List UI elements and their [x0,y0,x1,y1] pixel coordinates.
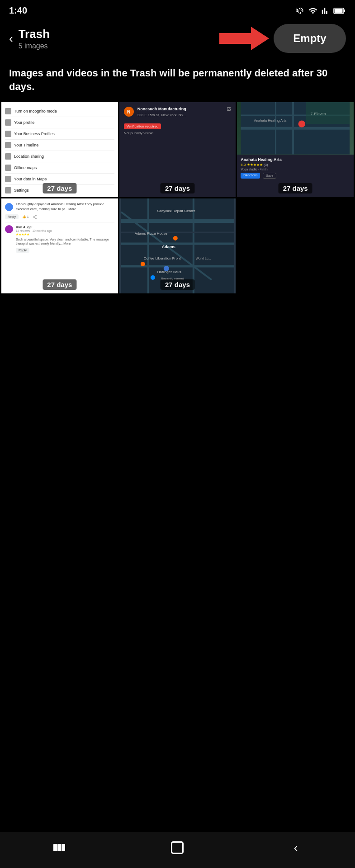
recents-icon [52,842,66,853]
anahata-map-thumbnail: 7-Eleven Anahata Healing Arts [237,102,354,155]
svg-text:World Lo...: World Lo... [195,257,211,260]
anahata-type: Yoga studio · 4 min [241,168,350,171]
days-badge-5: 27 days [161,279,194,290]
reviewer2-avatar [5,225,13,233]
svg-rect-1 [344,9,345,12]
review1-avatar [5,203,13,211]
anahata-actions: Directions Save [241,173,350,179]
mfg-status: Not publicly visible [124,131,232,135]
share-icon [33,215,37,219]
svg-point-23 [173,236,177,241]
menu-item-incognito: Turn on Incognito mode [5,106,114,117]
header: ‹ Trash 5 images Empty [0,19,355,59]
menu-item-location: Location sharing [5,151,114,162]
header-right: Empty [219,24,346,53]
page-title: Trash [19,27,50,41]
signal-icon [322,6,330,15]
review2-actions: Reply [16,248,114,253]
svg-text:Coffee Liberation Front: Coffee Liberation Front [143,256,180,260]
anahata-map-svg: 7-Eleven Anahata Healing Arts [237,102,354,155]
review1-header: I thoroughly enjoyed at Anahata Healing … [5,202,114,212]
mfg-address: 338 E 15th St, New York, NY... [137,113,186,117]
svg-point-26 [140,262,145,266]
grid-item-2[interactable]: N Nonesuch Manufacturing 338 E 15th St, … [119,102,236,197]
back-button[interactable]: ‹ [9,32,13,46]
mfg-avatar: N [124,107,134,117]
wifi-icon [308,6,318,15]
status-time: 1:40 [9,5,27,16]
svg-text:Greylock Repair Center: Greylock Repair Center [157,209,195,213]
svg-rect-33 [57,844,61,851]
svg-text:Anahata Healing Arts: Anahata Healing Arts [254,119,287,123]
reply-btn-2: Reply [16,248,29,253]
reviewer2-stars: ★★★★★ [16,233,114,236]
mute-icon [295,6,304,15]
review1-actions: Reply 👍 1 [5,214,114,219]
svg-text:Haflinger Haus: Haflinger Haus [157,270,181,274]
svg-point-28 [150,275,155,280]
nav-recents-button[interactable] [46,836,73,859]
svg-rect-34 [62,844,65,851]
directions-btn: Directions [241,173,260,179]
image-grid: Turn on Incognito mode Your profile Your… [0,102,355,293]
menu-item-business: Your Business Profiles [5,128,114,140]
svg-rect-2 [335,9,343,13]
red-arrow-icon [219,25,269,52]
grid-item-1[interactable]: Turn on Incognito mode Your profile Your… [1,102,118,197]
svg-rect-12 [306,102,350,124]
grid-item-5[interactable]: Greylock Repair Center Adams Pizza House… [119,198,236,293]
days-badge-4: 27 days [43,279,76,290]
like-btn-1: 👍 1 [22,215,29,219]
grid-item-3[interactable]: 7-Eleven Anahata Healing Arts Anahata He… [237,102,354,197]
reviewer2-meta: 12 reviews · 10 months ago [16,229,114,232]
trash-notice: Images and videos in the Trash will be p… [0,59,355,102]
nav-back-button[interactable]: ‹ [282,836,309,859]
days-badge-3: 27 days [279,183,312,193]
reviewer2-text: Such a beautiful space. Very clean and c… [16,237,114,245]
review-divider [5,222,114,222]
home-icon [171,841,184,854]
reply-btn-1: Reply [5,214,19,219]
menu-item-timeline: Your Timeline [5,140,114,151]
reviewer2-name: Kim Auge' [16,225,114,229]
header-left: ‹ Trash 5 images [9,27,50,50]
verification-badge: Verification required [124,123,161,129]
bottom-nav: ‹ [0,832,355,868]
empty-button[interactable]: Empty [274,24,346,53]
anahata-name: Anahata Healing Arts [241,157,350,162]
external-link-icon [227,107,231,111]
header-title-group: Trash 5 images [19,27,50,50]
days-badge-1: 27 days [43,183,76,193]
svg-rect-32 [53,844,57,851]
save-btn: Save [263,173,276,179]
nav-home-button[interactable] [164,836,191,859]
status-icons [295,6,346,15]
battery-icon [333,7,346,14]
svg-marker-3 [219,27,269,50]
reviewer2-section: Kim Auge' 12 reviews · 10 months ago ★★★… [5,225,114,252]
back-nav-icon: ‹ [294,841,298,855]
menu-item-offline: Offline maps [5,162,114,174]
svg-point-9 [298,121,305,127]
grid-item-4[interactable]: I thoroughly enjoyed at Anahata Healing … [1,198,118,293]
svg-text:Adams Pizza House: Adams Pizza House [134,231,167,236]
anahata-stars: 5.0 ★★★★★ (3) [241,163,350,167]
mfg-name: Nonesuch Manufacturing [137,107,186,112]
status-bar: 1:40 [0,0,355,19]
image-count: 5 images [19,42,50,50]
svg-point-30 [163,266,169,271]
review1-text: I thoroughly enjoyed at Anahata Healing … [16,202,114,212]
menu-item-profile: Your profile [5,117,114,128]
days-badge-2: 27 days [161,183,194,193]
svg-text:Adams: Adams [161,245,175,249]
